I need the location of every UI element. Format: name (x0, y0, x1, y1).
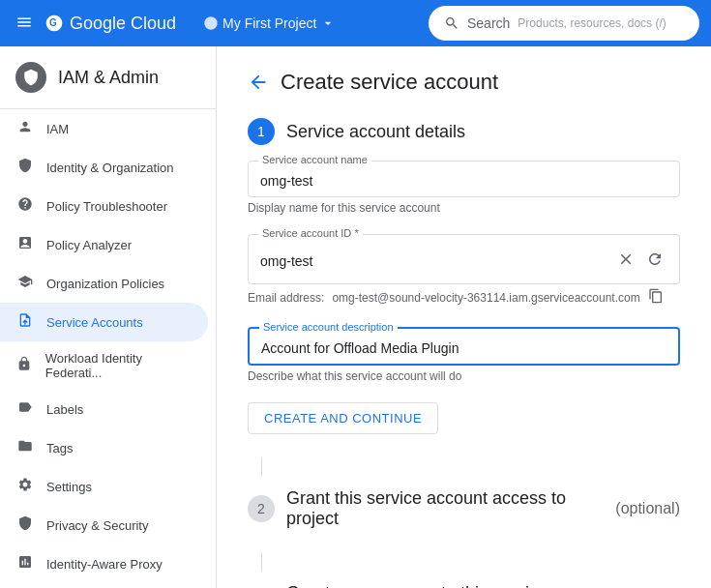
page-title: Create service account (281, 70, 498, 95)
description-input[interactable] (261, 340, 667, 356)
labels-icon (15, 399, 35, 419)
name-field-container: Service account name (248, 161, 680, 197)
sidebar-title: IAM & Admin (58, 68, 159, 88)
sidebar-item-label: Labels (46, 402, 83, 417)
sidebar-item-policy-troubleshooter[interactable]: Policy Troubleshooter (0, 187, 208, 225)
step-3-section: 3 Grant users access to this service acc… (248, 583, 680, 588)
workload-identity-icon (15, 356, 34, 375)
id-field-container: Service account ID (248, 234, 680, 284)
iam-admin-icon (15, 62, 46, 93)
sidebar-item-service-accounts[interactable]: Service Accounts (0, 303, 208, 341)
service-account-name-input[interactable] (260, 173, 667, 189)
refresh-id-button[interactable] (642, 247, 667, 276)
hamburger-menu[interactable] (12, 10, 37, 38)
step-1-title: Service account details (286, 122, 465, 142)
step-2-title: Grant this service account access to pro… (286, 488, 598, 529)
identity-aware-proxy-icon (15, 554, 35, 573)
sidebar-item-org-policies[interactable]: Organization Policies (0, 264, 208, 303)
step-2-optional: (optional) (615, 500, 680, 517)
main-content: Create service account 1 Service account… (217, 46, 711, 588)
id-field-with-actions (260, 247, 667, 276)
policy-troubleshooter-icon (15, 196, 35, 216)
sidebar-item-policy-analyzer[interactable]: Policy Analyzer (0, 225, 208, 264)
step-2-section: 2 Grant this service account access to p… (248, 488, 680, 529)
page-header: Create service account (248, 70, 680, 95)
sidebar-item-identity-org[interactable]: Identity & Organization (0, 148, 208, 187)
iam-icon (15, 119, 35, 138)
project-selector[interactable]: My First Project (195, 12, 343, 35)
step-3-header: 3 Grant users access to this service acc… (248, 583, 680, 588)
sidebar-item-tags[interactable]: Tags (0, 428, 208, 467)
sidebar: IAM & Admin IAM Identity & Organization … (0, 46, 217, 588)
sidebar-item-privacy-security[interactable]: Privacy & Security (0, 506, 208, 544)
sidebar-item-workload-identity[interactable]: Workload Identity Federati... (0, 341, 208, 390)
service-accounts-icon (15, 312, 35, 332)
tags-icon (15, 438, 35, 457)
sidebar-item-labels[interactable]: Labels (0, 390, 208, 428)
identity-icon (15, 158, 35, 177)
sidebar-item-iam[interactable]: IAM (0, 109, 208, 148)
sidebar-item-label: Policy Analyzer (46, 238, 132, 252)
step-1-section: 1 Service account details Service accoun… (248, 118, 680, 434)
svg-text:G: G (49, 17, 57, 28)
id-label: Service account ID (258, 227, 363, 239)
sidebar-item-label: Privacy & Security (46, 518, 148, 533)
sidebar-item-label: Policy Troubleshooter (46, 199, 167, 214)
name-hint: Display name for this service account (248, 201, 680, 215)
sidebar-item-settings[interactable]: Settings (0, 467, 208, 506)
description-group: Service account description Describe wha… (248, 327, 680, 383)
search-label: Search (467, 15, 510, 31)
step-2-circle: 2 (248, 495, 275, 522)
description-field-container: Service account description (248, 327, 680, 366)
service-account-id-input[interactable] (260, 253, 609, 269)
sidebar-item-label: IAM (46, 122, 69, 136)
back-button[interactable] (248, 72, 269, 93)
sidebar-item-label: Tags (46, 441, 73, 456)
step-connector-1-2 (261, 457, 262, 477)
step-3-title: Grant users access to this service accou… (286, 583, 598, 588)
email-prefix: Email address: (248, 291, 324, 305)
sidebar-item-label: Identity-Aware Proxy (46, 557, 163, 572)
step-2-header: 2 Grant this service account access to p… (248, 488, 680, 529)
sidebar-header: IAM & Admin (0, 46, 216, 109)
step-1-circle: 1 (248, 118, 275, 145)
google-cloud-logo: G Google Cloud (44, 14, 176, 34)
search-hint: Products, resources, docs (/) (518, 16, 666, 30)
description-hint: Describe what this service account will … (248, 369, 680, 383)
email-address: omg-test@sound-velocity-363114.iam.gserv… (332, 291, 639, 305)
policy-analyzer-icon (15, 235, 35, 254)
sidebar-item-label: Workload Identity Federati... (45, 351, 193, 380)
service-account-name-group: Service account name Display name for th… (248, 161, 680, 215)
step-1-header: 1 Service account details (248, 118, 680, 145)
copy-email-button[interactable] (648, 288, 664, 308)
service-account-id-group: Service account ID Email address: o (248, 234, 680, 308)
top-navigation: G Google Cloud My First Project Search P… (0, 0, 711, 46)
sidebar-item-label: Settings (46, 480, 92, 494)
privacy-security-icon (15, 515, 35, 535)
step-connector-2-3 (261, 552, 262, 572)
clear-id-button[interactable] (613, 247, 638, 276)
org-policies-icon (15, 274, 35, 293)
email-row: Email address: omg-test@sound-velocity-3… (248, 288, 680, 308)
create-and-continue-button[interactable]: CREATE AND CONTINUE (248, 402, 438, 434)
sidebar-item-label: Service Accounts (46, 315, 143, 330)
sidebar-item-identity-aware-proxy[interactable]: Identity-Aware Proxy (0, 544, 208, 583)
settings-icon (15, 477, 35, 496)
name-label: Service account name (258, 154, 371, 165)
search-bar[interactable]: Search Products, resources, docs (/) (429, 6, 699, 41)
description-label: Service account description (259, 321, 398, 333)
sidebar-item-label: Organization Policies (46, 277, 164, 291)
sidebar-item-label: Identity & Organization (46, 161, 174, 175)
